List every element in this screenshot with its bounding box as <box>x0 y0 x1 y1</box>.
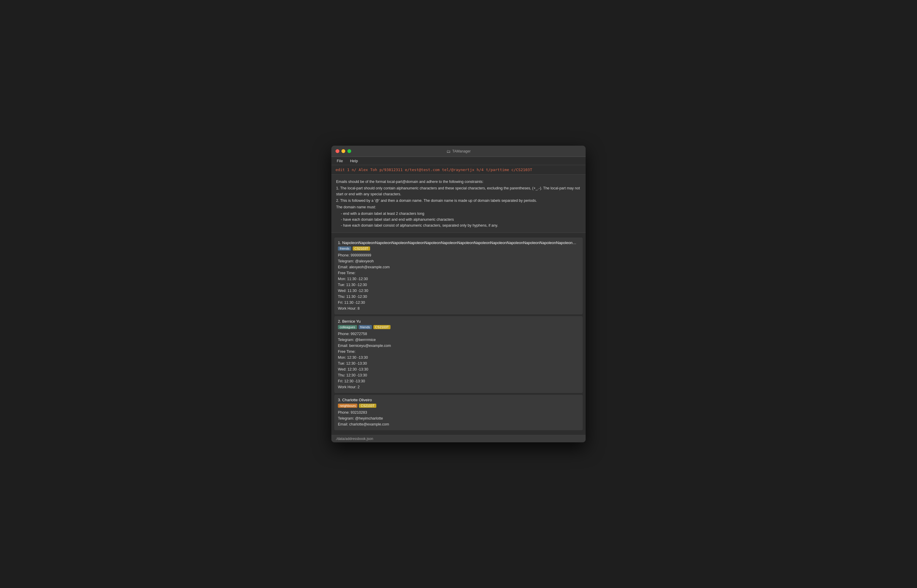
main-window: 🗂 TAManager File Help edit 1 n/ Alex Toh… <box>332 146 585 442</box>
info-line2: 1. The local-part should only contain al… <box>336 185 581 197</box>
tag-module: CS2103T <box>359 404 376 408</box>
schedule-item: Wed: 11:30 -12:30 <box>338 288 579 294</box>
tag-module: CS2103T <box>374 325 390 329</box>
person-field: Phone: 93210283 <box>338 410 579 415</box>
tag-neighbours: neighbours <box>338 404 357 408</box>
person-tags: colleaguesfriendsCS2103T <box>338 325 579 329</box>
schedule-item: Fri: 12:30 -13:30 <box>338 378 579 384</box>
schedule-item: Mon: 12:30 -13:30 <box>338 355 579 360</box>
person-card: 2. Bernice YucolleaguesfriendsCS2103TPho… <box>334 316 583 393</box>
command-text: edit 1 n/ Alex Toh p/93812311 e/test@tes… <box>336 168 532 172</box>
info-bullet-1: have each domain label start and end wit… <box>341 216 581 223</box>
tag-module: CS2103T <box>353 246 370 250</box>
info-panel: Emails should be of the format local-par… <box>332 174 585 233</box>
tag-colleagues: colleagues <box>338 325 357 329</box>
content-area[interactable]: 1. NapoleonNapoleonNapoleonNapoleonNapol… <box>332 233 585 435</box>
person-field: Telegram: @berrrrmice <box>338 337 579 343</box>
person-tags: friendsCS2103T <box>338 246 579 250</box>
free-time-label: Free Time: <box>338 349 579 355</box>
person-info: Phone: 9999999999Telegram: @alexyeohEmai… <box>338 252 579 312</box>
traffic-lights <box>336 149 351 153</box>
app-icon: 🗂 <box>446 149 451 153</box>
menubar: File Help <box>332 157 585 165</box>
person-info: Phone: 93210283Telegram: @heyimcharlotte… <box>338 410 579 427</box>
minimize-button[interactable] <box>341 149 345 153</box>
work-hour: Work Hour: 8 <box>338 305 579 312</box>
person-name: 1. NapoleonNapoleonNapoleonNapoleonNapol… <box>338 241 579 245</box>
work-hour: Work Hour: 2 <box>338 384 579 390</box>
close-button[interactable] <box>336 149 340 153</box>
person-field: Telegram: @alexyeoh <box>338 258 579 264</box>
menu-file[interactable]: File <box>336 158 344 164</box>
info-bullets: end with a domain label at least 2 chara… <box>336 211 581 228</box>
person-tags: neighboursCS2103T <box>338 404 579 408</box>
free-time-label: Free Time: <box>338 270 579 276</box>
menu-help[interactable]: Help <box>349 158 359 164</box>
command-bar: edit 1 n/ Alex Toh p/93812311 e/test@tes… <box>332 165 585 174</box>
info-line1: Emails should be of the format local-par… <box>336 179 581 185</box>
schedule-item: Mon: 11:30 -12:30 <box>338 276 579 282</box>
schedule-item: Thu: 11:30 -12:30 <box>338 294 579 300</box>
info-bullet-2: have each domain label consist of alphan… <box>341 223 581 228</box>
status-path: ./data/addressbook.json <box>336 437 373 441</box>
person-name: 3. Charlotte Oliveiro <box>338 398 579 402</box>
person-info: Phone: 99272758Telegram: @berrrrmiceEmai… <box>338 331 579 390</box>
person-card: 3. Charlotte OliveironeighboursCS2103TPh… <box>334 395 583 430</box>
tag-friends: friends <box>359 325 372 329</box>
schedule-item: Fri: 11:30 -12:30 <box>338 300 579 305</box>
info-bullet-0: end with a domain label at least 2 chara… <box>341 211 581 216</box>
person-field: Email: berniceyu@example.com <box>338 343 579 349</box>
person-field: Telegram: @heyimcharlotte <box>338 415 579 422</box>
app-title: TAManager <box>452 149 471 153</box>
person-field: Phone: 99272758 <box>338 331 579 337</box>
tag-friends: friends <box>338 246 351 250</box>
window-title: 🗂 TAManager <box>446 149 471 153</box>
schedule-item: Thu: 12:30 -13:30 <box>338 372 579 378</box>
maximize-button[interactable] <box>347 149 351 153</box>
info-line3: 2. This is followed by a '@' and then a … <box>336 198 581 204</box>
statusbar: ./data/addressbook.json <box>332 435 585 442</box>
schedule-item: Tue: 12:30 -13:30 <box>338 360 579 367</box>
person-field: Email: charlotte@example.com <box>338 422 579 427</box>
info-line4: The domain name must: <box>336 204 581 210</box>
person-field: Phone: 9999999999 <box>338 252 579 258</box>
schedule-item: Wed: 12:30 -13:30 <box>338 367 579 372</box>
person-field: Email: alexyeoh@example.com <box>338 264 579 270</box>
person-card: 1. NapoleonNapoleonNapoleonNapoleonNapol… <box>334 237 583 314</box>
schedule-item: Tue: 11:30 -12:30 <box>338 282 579 288</box>
titlebar: 🗂 TAManager <box>332 146 585 157</box>
person-name: 2. Bernice Yu <box>338 319 579 323</box>
